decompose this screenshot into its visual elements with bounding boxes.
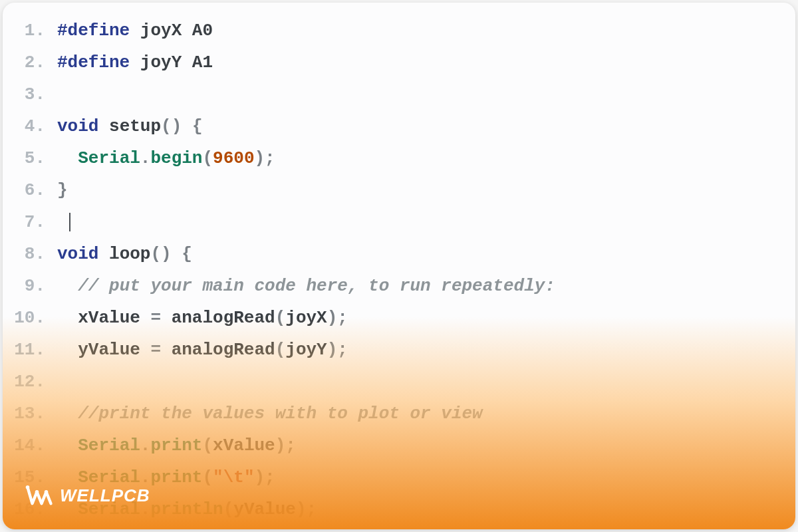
- token: [172, 244, 182, 264]
- token: ): [327, 340, 338, 360]
- line-content: void loop() {: [57, 238, 192, 270]
- token: println: [150, 499, 223, 519]
- token: // put your main code here, to run repea…: [78, 276, 555, 296]
- token: joyX A0: [130, 21, 213, 41]
- token: (): [150, 244, 171, 264]
- token: analogRead: [161, 340, 275, 360]
- line-number: 10.: [3, 302, 57, 334]
- code-line: 14. Serial.print(xValue);: [3, 430, 795, 462]
- token: ): [275, 436, 286, 456]
- line-number: 8.: [3, 238, 57, 270]
- token: analogRead: [161, 308, 275, 328]
- token: ): [327, 308, 338, 328]
- code-line: 8.void loop() {: [3, 238, 795, 270]
- code-line: 9. // put your main code here, to run re…: [3, 270, 795, 302]
- token: .: [140, 148, 151, 168]
- token: xValue: [213, 436, 275, 456]
- token: xValue: [78, 308, 150, 328]
- line-number: 9.: [3, 270, 57, 302]
- line-number: 14.: [3, 430, 57, 462]
- line-number: 2.: [3, 47, 57, 78]
- text-cursor: [69, 213, 70, 231]
- line-number: 3.: [3, 78, 57, 110]
- line-number: 11.: [3, 334, 57, 366]
- token: {: [182, 244, 192, 264]
- token: ;: [265, 148, 275, 168]
- token: ;: [285, 436, 296, 456]
- line-content: yValue = analogRead(joyY);: [57, 334, 348, 366]
- token: 9600: [213, 148, 254, 168]
- code-line: 1.#define joyX A0: [3, 15, 795, 47]
- token: #define: [57, 53, 130, 72]
- token: =: [150, 340, 161, 360]
- token: (: [275, 340, 286, 360]
- token: (): [161, 116, 182, 136]
- line-content: #define joyX A0: [57, 15, 213, 47]
- line-number: 13.: [3, 398, 57, 430]
- token: ): [255, 148, 265, 168]
- token: (: [202, 467, 213, 487]
- token: joyX: [285, 308, 327, 328]
- line-number: 12.: [3, 366, 57, 398]
- line-number: 5.: [3, 142, 57, 174]
- line-number: 7.: [3, 206, 57, 238]
- token: loop: [109, 244, 150, 264]
- line-number: 4.: [3, 110, 57, 142]
- watermark: WELLPCB: [25, 481, 150, 509]
- token: [98, 116, 109, 136]
- svg-point-1: [35, 490, 39, 494]
- token: (: [223, 499, 234, 519]
- token: yValue: [233, 499, 296, 519]
- token: {: [192, 116, 203, 136]
- token: (: [275, 308, 286, 328]
- wellpcb-logo-icon: [25, 481, 53, 509]
- token: ): [296, 499, 307, 519]
- token: ): [255, 467, 265, 487]
- line-content: Serial.print(xValue);: [57, 430, 296, 462]
- line-content: xValue = analogRead(joyX);: [57, 302, 348, 334]
- line-content: //print the values with to plot or view: [57, 398, 483, 430]
- token: [182, 116, 192, 136]
- token: print: [150, 436, 202, 456]
- token: ;: [265, 467, 275, 487]
- token: setup: [109, 116, 161, 136]
- svg-point-2: [45, 490, 49, 494]
- code-line: 12.: [3, 366, 795, 398]
- token: (: [202, 436, 213, 456]
- token: (: [202, 148, 213, 168]
- svg-point-0: [26, 485, 30, 489]
- token: #define: [57, 21, 130, 41]
- code-line: 4.void setup() {: [3, 110, 795, 142]
- code-line: 6.}: [3, 174, 795, 206]
- code-line: 2.#define joyY A1: [3, 47, 795, 78]
- token: ;: [337, 340, 348, 360]
- token: .: [140, 436, 151, 456]
- line-number: 6.: [3, 174, 57, 206]
- token: yValue: [78, 340, 150, 360]
- line-content: Serial.begin(9600);: [57, 142, 275, 174]
- watermark-text: WELLPCB: [60, 485, 150, 506]
- code-line: 11. yValue = analogRead(joyY);: [3, 334, 795, 366]
- token: =: [150, 308, 161, 328]
- token: Serial: [78, 436, 140, 456]
- line-content: }: [57, 174, 68, 206]
- token: void: [57, 244, 98, 264]
- token: joyY: [285, 340, 327, 360]
- line-content: // put your main code here, to run repea…: [57, 270, 555, 302]
- token: begin: [150, 148, 202, 168]
- code-line: 5. Serial.begin(9600);: [3, 142, 795, 174]
- token: ;: [307, 499, 317, 519]
- token: ;: [337, 308, 348, 328]
- code-line: 7.: [3, 206, 795, 238]
- line-content: [57, 206, 70, 238]
- token: print: [150, 467, 202, 487]
- code-line: 10. xValue = analogRead(joyX);: [3, 302, 795, 334]
- token: }: [57, 180, 68, 200]
- token: "\t": [213, 467, 254, 487]
- code-block: 1.#define joyX A02.#define joyY A13.4.vo…: [3, 3, 795, 525]
- token: //print the values with to plot or view: [78, 404, 483, 424]
- token: Serial: [78, 148, 140, 168]
- line-number: 1.: [3, 15, 57, 47]
- code-line: 3.: [3, 78, 795, 110]
- token: void: [57, 116, 98, 136]
